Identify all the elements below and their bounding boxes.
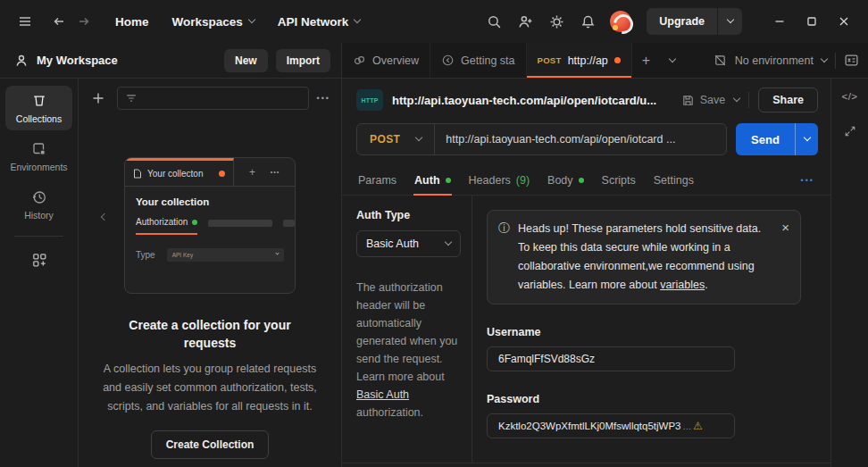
chevron-down-icon xyxy=(248,16,255,23)
share-button[interactable]: Share xyxy=(758,88,818,113)
main-area: Collections Environments History xyxy=(0,79,868,467)
create-collection-button[interactable]: Create Collection xyxy=(151,430,270,459)
upgrade-caret-button[interactable] xyxy=(717,8,742,35)
url-input[interactable]: http://api.taoyuan-tech.com/api/open/iot… xyxy=(435,133,726,146)
auth-type-select[interactable]: Basic Auth xyxy=(356,230,461,257)
close-icon[interactable] xyxy=(830,9,857,34)
new-tab-icon[interactable]: + xyxy=(632,43,660,78)
chevron-down-icon xyxy=(726,16,733,23)
workspace-user-icon xyxy=(14,54,29,68)
tab-getting-started[interactable]: Getting sta xyxy=(430,43,526,78)
empty-state-body: A collection lets you group related requ… xyxy=(99,360,321,416)
chevron-down-icon xyxy=(415,134,422,141)
invite-user-icon[interactable] xyxy=(513,9,538,34)
tab-request-active[interactable]: POST http://ap xyxy=(527,43,632,78)
filter-collections-field[interactable] xyxy=(117,87,309,110)
environment-selector[interactable]: No environment xyxy=(703,43,868,78)
new-button[interactable]: New xyxy=(224,49,268,72)
nav-workspaces[interactable]: Workspaces xyxy=(161,7,266,36)
right-sidebar-rail: </> xyxy=(830,79,868,467)
settings-gear-icon[interactable] xyxy=(544,9,569,34)
auth-set-dot xyxy=(446,178,451,183)
postman-window: Home Workspaces API Network Upgrade xyxy=(0,0,868,467)
tab-headers[interactable]: Headers (9) xyxy=(460,166,539,195)
request-title: http://api.taoyuan-tech.com/api/open/iot… xyxy=(392,94,672,107)
sensitive-data-callout: ⓘ Heads up! These parameters hold sensit… xyxy=(487,210,801,304)
sidebar-item-environments[interactable]: Environments xyxy=(5,134,72,179)
username-label: Username xyxy=(487,326,801,338)
request-panel: HTTP http://api.taoyuan-tech.com/api/ope… xyxy=(342,79,830,467)
auth-editor: Auth Type Basic Auth The authorization h… xyxy=(342,196,830,463)
back-icon[interactable] xyxy=(46,9,71,34)
password-input[interactable]: Kzktlo2Q3WpXfmtlLKj0Mfswllqtq5tjWP3 ... … xyxy=(487,413,735,438)
save-options-chevron-icon[interactable] xyxy=(734,97,739,103)
file-icon xyxy=(133,169,142,179)
tab-scripts[interactable]: Scripts xyxy=(593,166,645,195)
sidebar-divider xyxy=(14,236,63,237)
save-floppy-icon xyxy=(681,94,695,107)
tab-settings[interactable]: Settings xyxy=(645,166,703,195)
configure-sidebar-blocks-icon[interactable] xyxy=(27,247,52,272)
auth-type-label: Auth Type xyxy=(356,209,461,221)
tab-overview[interactable]: Overview xyxy=(342,43,430,78)
collections-more-icon[interactable]: ••• xyxy=(317,94,330,103)
auth-type-column: Auth Type Basic Auth The authorization h… xyxy=(342,196,472,463)
upgrade-button-group: Upgrade xyxy=(647,8,742,35)
method-select[interactable]: POST xyxy=(357,124,435,154)
dismiss-callout-icon[interactable]: × xyxy=(781,220,789,236)
chevron-down-icon xyxy=(354,16,361,23)
upgrade-button[interactable]: Upgrade xyxy=(647,8,717,35)
save-button[interactable]: Save xyxy=(681,94,726,107)
tab-auth[interactable]: Auth xyxy=(405,166,459,195)
tab-params[interactable]: Params xyxy=(349,166,405,195)
search-icon[interactable] xyxy=(481,9,506,34)
hamburger-menu-icon[interactable] xyxy=(13,9,38,34)
environments-icon xyxy=(31,141,47,157)
code-snippet-icon[interactable]: </> xyxy=(841,91,857,102)
tab-options-chevron-icon[interactable] xyxy=(660,43,685,78)
basic-auth-link[interactable]: Basic Auth xyxy=(356,388,409,401)
minimize-icon[interactable] xyxy=(766,9,793,34)
auth-configured-dot xyxy=(192,220,197,225)
collections-panel-header: ••• xyxy=(79,79,341,118)
add-collection-plus-icon[interactable] xyxy=(88,88,109,109)
request-url-row: POST http://api.taoyuan-tech.com/api/ope… xyxy=(342,118,830,166)
password-label: Password xyxy=(487,393,801,405)
info-icon: ⓘ xyxy=(498,220,510,238)
workspace-section: My Workspace New Import xyxy=(0,43,342,78)
nav-home[interactable]: Home xyxy=(104,7,161,36)
send-button-group: Send xyxy=(736,123,818,155)
history-icon xyxy=(31,189,47,205)
sidebar-item-history[interactable]: History xyxy=(5,182,72,227)
http-request-icon: HTTP xyxy=(356,89,383,111)
collections-icon xyxy=(31,93,47,109)
environment-quick-look-icon[interactable] xyxy=(844,53,859,68)
tab-body[interactable]: Body xyxy=(538,166,593,195)
resize-panes-icon[interactable] xyxy=(844,125,856,138)
workspace-title[interactable]: My Workspace xyxy=(37,54,118,67)
request-tabs-more-icon[interactable]: ••• xyxy=(792,166,823,195)
import-button[interactable]: Import xyxy=(276,49,330,72)
send-button[interactable]: Send xyxy=(736,123,795,155)
maximize-icon[interactable] xyxy=(798,9,825,34)
auth-fields-column: ⓘ Heads up! These parameters hold sensit… xyxy=(472,196,830,463)
username-input[interactable] xyxy=(487,346,735,371)
request-tabs: Params Auth Headers (9) Body Scripts Set… xyxy=(342,166,830,196)
chevron-down-icon xyxy=(821,54,828,62)
filter-funnel-icon xyxy=(125,92,138,104)
illustration-tab: Your collecton xyxy=(125,158,234,186)
collections-panel: ••• Your collecton + xyxy=(79,79,342,467)
left-sidebar-rail: Collections Environments History xyxy=(0,79,79,467)
nav-api-network[interactable]: API Network xyxy=(266,7,372,36)
chevron-down-icon xyxy=(445,238,452,246)
account-avatar[interactable] xyxy=(610,11,631,32)
forward-icon[interactable] xyxy=(71,9,96,34)
notifications-bell-icon[interactable] xyxy=(575,9,600,34)
filter-collections-input[interactable] xyxy=(143,92,301,104)
no-environment-icon xyxy=(714,54,727,67)
workspace-tab-bar: My Workspace New Import Overview Getting… xyxy=(0,43,868,79)
sidebar-item-collections[interactable]: Collections xyxy=(5,86,72,130)
titlebar-actions: Upgrade xyxy=(481,8,857,35)
send-options-chevron-icon[interactable] xyxy=(795,123,818,155)
variables-link[interactable]: variables xyxy=(660,279,705,291)
